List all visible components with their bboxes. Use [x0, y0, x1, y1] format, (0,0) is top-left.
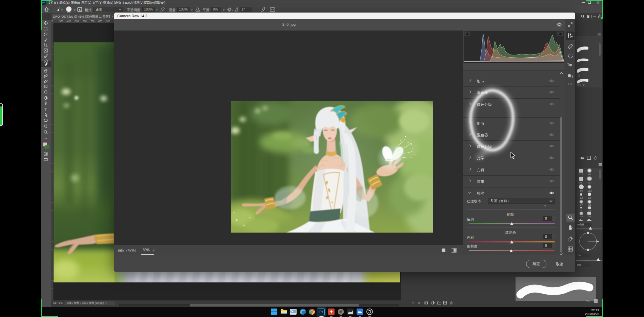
svg-text:T: T	[44, 107, 47, 112]
